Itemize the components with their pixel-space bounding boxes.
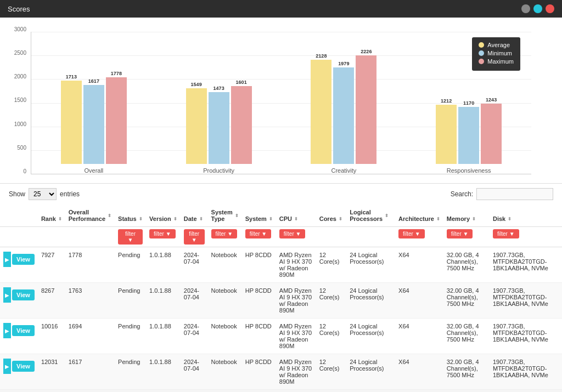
cell-arch-0: X64 <box>395 247 443 283</box>
cell-perf-2: 1694 <box>65 319 115 354</box>
minimize-button[interactable] <box>521 4 530 13</box>
th-date[interactable]: Date ⬍ <box>181 204 208 227</box>
cell-arch-3: X64 <box>395 354 443 390</box>
th-rank[interactable]: Rank ⬍ <box>38 204 65 227</box>
y-axis: 3000 2500 2000 1500 1000 500 0 <box>9 26 29 174</box>
search-input[interactable] <box>476 188 553 200</box>
cell-status-0: Pending <box>115 247 146 283</box>
cell-system-3: HP 8CDD <box>242 354 276 390</box>
legend-average: Average <box>479 42 514 48</box>
filter-cpu[interactable]: filter ▼ <box>279 229 306 238</box>
filter-version[interactable]: filter ▼ <box>149 229 176 238</box>
maximize-button[interactable] <box>533 4 542 13</box>
version-sort-icon: ⬍ <box>173 217 177 221</box>
cell-rank-1: 8267 <box>38 283 65 319</box>
status-sort-icon: ⬍ <box>139 217 143 221</box>
bar-creativity-min: 1979 <box>333 61 354 164</box>
chart-legend: Average Minimum Maximum <box>472 37 520 71</box>
legend-maximum: Maximum <box>479 58 514 65</box>
cell-cores-0: 12 Core(s) <box>316 247 346 283</box>
th-overall-performance[interactable]: OverallPerformance ⬍ <box>65 204 115 227</box>
cell-perf-1: 1763 <box>65 283 115 319</box>
cell-cores-2: 12 Core(s) <box>316 319 346 354</box>
cell-cpu-0: AMD Ryzen AI 9 HX 370 w/ Radeon 890M <box>276 247 316 283</box>
row-actions-3: ▶ View <box>0 354 38 390</box>
bar-creativity-max: 2226 <box>356 49 376 164</box>
table-row: ▶ View 7927 1778 Pending 1.0.1.88 2024-0… <box>0 247 562 283</box>
view-button-2[interactable]: View <box>12 325 35 336</box>
view-button-3[interactable]: View <box>12 361 35 372</box>
controls-bar: Show 25 10 50 100 entries Search: <box>0 183 562 204</box>
th-cores[interactable]: Cores ⬍ <box>316 204 346 227</box>
legend-avg-dot <box>479 42 484 48</box>
legend-min-dot <box>479 50 484 56</box>
view-button-0[interactable]: View <box>12 254 35 265</box>
th-system-type[interactable]: SystemType ⬍ <box>208 204 242 227</box>
row-arrow-3[interactable]: ▶ <box>3 359 11 374</box>
cell-version-2: 1.0.1.88 <box>146 319 181 354</box>
data-table: Rank ⬍ OverallPerformance ⬍ Status ⬍ <box>0 204 562 390</box>
filter-status[interactable]: filter ▼ <box>118 229 143 245</box>
row-actions-1: ▶ View <box>0 283 38 319</box>
legend-minimum: Minimum <box>479 50 514 56</box>
cell-cpu-2: AMD Ryzen AI 9 HX 370 w/ Radeon 890M <box>276 319 316 354</box>
cell-systemtype-1: Notebook <box>208 283 242 319</box>
th-logical-processors[interactable]: LogicalProcessors ⬍ <box>346 204 395 227</box>
th-disk[interactable]: Disk ⬍ <box>490 204 562 227</box>
systemtype-sort-icon: ⬍ <box>235 213 239 218</box>
row-arrow-1[interactable]: ▶ <box>3 287 11 303</box>
view-button-1[interactable]: View <box>12 289 35 300</box>
filter-architecture[interactable]: filter ▼ <box>398 229 425 238</box>
cell-date-1: 2024-07-04 <box>181 283 208 319</box>
bar-group-responsiveness: 1212 1170 1243 Responsiveness <box>436 97 502 174</box>
cell-lp-0: 24 Logical Processor(s) <box>346 247 395 283</box>
cell-system-0: HP 8CDD <box>242 247 276 283</box>
row-actions-0: ▶ View <box>0 247 38 283</box>
cell-cpu-3: AMD Ryzen AI 9 HX 370 w/ Radeon 890M <box>276 354 316 390</box>
row-actions-2: ▶ View <box>0 319 38 354</box>
search-label: Search: <box>451 190 473 198</box>
bar-productivity-avg: 1549 <box>186 82 207 164</box>
row-arrow-0[interactable]: ▶ <box>3 252 11 267</box>
window-controls <box>521 4 554 13</box>
cell-cores-1: 12 Core(s) <box>316 283 346 319</box>
filter-memory[interactable]: filter ▼ <box>447 229 473 238</box>
bar-chart: 1713 1617 1778 Overall <box>31 32 531 174</box>
show-entries: Show 25 10 50 100 entries <box>9 188 80 200</box>
date-sort-icon: ⬍ <box>199 217 203 221</box>
filter-system-type[interactable]: filter ▼ <box>211 229 238 238</box>
cell-systemtype-2: Notebook <box>208 319 242 354</box>
cell-system-2: HP 8CDD <box>242 319 276 354</box>
search-box: Search: <box>451 188 553 200</box>
app-title: Scores <box>8 5 30 13</box>
filter-disk[interactable]: filter ▼ <box>493 229 519 238</box>
cell-memory-3: 32.00 GB, 4 Channel(s), 7500 MHz <box>443 354 490 390</box>
entries-label: entries <box>60 190 80 198</box>
bar-responsiveness-avg: 1212 <box>436 98 457 164</box>
cell-date-3: 2024-07-04 <box>181 354 208 390</box>
lp-sort-icon: ⬍ <box>385 213 389 218</box>
cell-systemtype-0: Notebook <box>208 247 242 283</box>
bar-responsiveness-max: 1243 <box>481 97 502 164</box>
cell-version-0: 1.0.1.88 <box>146 247 181 283</box>
bar-productivity-max: 1601 <box>231 79 252 164</box>
filter-date[interactable]: filter ▼ <box>184 229 205 245</box>
th-memory[interactable]: Memory ⬍ <box>443 204 490 227</box>
cell-version-3: 1.0.1.88 <box>146 354 181 390</box>
close-button[interactable] <box>546 4 554 13</box>
legend-avg-label: Average <box>487 42 510 48</box>
th-cpu[interactable]: CPU ⬍ <box>276 204 316 227</box>
titlebar: Scores <box>0 0 562 18</box>
cell-systemtype-3: Notebook <box>208 354 242 390</box>
cell-lp-2: 24 Logical Processor(s) <box>346 319 395 354</box>
cell-memory-2: 32.00 GB, 4 Channel(s), 7500 MHz <box>443 319 490 354</box>
filter-system[interactable]: filter ▼ <box>245 229 272 238</box>
row-arrow-2[interactable]: ▶ <box>3 323 11 338</box>
entries-select[interactable]: 25 10 50 100 <box>29 188 57 200</box>
th-status[interactable]: Status ⬍ <box>115 204 146 227</box>
th-version[interactable]: Version ⬍ <box>146 204 181 227</box>
th-system[interactable]: System ⬍ <box>242 204 276 227</box>
cell-date-0: 2024-07-04 <box>181 247 208 283</box>
cell-date-2: 2024-07-04 <box>181 319 208 354</box>
th-architecture[interactable]: Architecture ⬍ <box>395 204 443 227</box>
